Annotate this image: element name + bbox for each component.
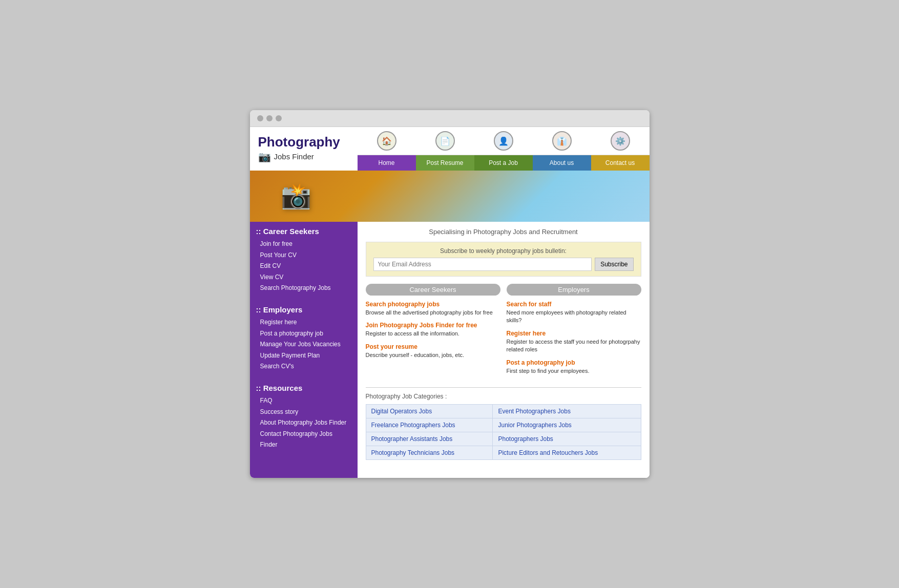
- sidebar-employers-header: :: Employers: [250, 300, 358, 317]
- categories-header: Photography Job Categories :: [366, 393, 641, 400]
- subscribe-button[interactable]: Subscribe: [595, 258, 633, 271]
- employers-column: Employers Search for staff Need more emp…: [507, 284, 641, 380]
- join-finder-desc: Register to access all the information.: [366, 330, 500, 338]
- search-staff-link[interactable]: Search for staff: [507, 301, 641, 308]
- sidebar-link-edit-cv[interactable]: Edit CV: [260, 261, 351, 272]
- photographer-silhouette: 📸: [281, 182, 311, 211]
- employer-register-link[interactable]: Register here: [507, 330, 641, 337]
- list-item[interactable]: Photographers Jobs: [493, 432, 641, 446]
- sidebar-link-contact[interactable]: Contact Photography Jobs Finder: [260, 429, 351, 451]
- browser-window: Photography 📷 Jobs Finder 🏠 📄 👤: [250, 110, 650, 478]
- nav-icon-resume[interactable]: 📄: [416, 127, 474, 155]
- nav-link-about[interactable]: About us: [533, 155, 591, 171]
- site-header: Photography 📷 Jobs Finder 🏠 📄 👤: [250, 127, 650, 171]
- right-content: Specialising in Photography Jobs and Rec…: [358, 222, 650, 478]
- profile-icon: 👤: [494, 131, 513, 151]
- list-item[interactable]: Picture Editors and Retouchers Jobs: [493, 446, 641, 459]
- logo-subtitle-row: 📷 Jobs Finder: [258, 151, 349, 163]
- search-photography-jobs-link[interactable]: Search photography jobs: [366, 301, 500, 308]
- sidebar-link-search-cvs[interactable]: Search CV's: [260, 361, 351, 372]
- sidebar-link-about[interactable]: About Photography Jobs Finder: [260, 417, 351, 429]
- nav-area: 🏠 📄 👤 👔 ⚙️ Home: [358, 127, 650, 171]
- post-photo-job-desc: First step to find your employees.: [507, 367, 641, 375]
- join-finder-link[interactable]: Join Photography Jobs Finder for free: [366, 322, 500, 329]
- list-item[interactable]: Event Photographers Jobs: [493, 404, 641, 418]
- nav-icon-profile[interactable]: 👤: [474, 127, 533, 155]
- nav-icon-home[interactable]: 🏠: [358, 127, 416, 155]
- sidebar-link-join[interactable]: Join for free: [260, 239, 351, 250]
- list-item[interactable]: Photography Technicians Jobs: [366, 446, 493, 459]
- subscribe-box: Subscribe to weekly photography jobs bul…: [366, 242, 641, 277]
- email-input[interactable]: [373, 258, 592, 271]
- sidebar-link-post-job[interactable]: Post a photography job: [260, 328, 351, 340]
- site-title: Photography: [258, 135, 349, 149]
- list-item[interactable]: Junior Photographers Jobs: [493, 418, 641, 432]
- list-item[interactable]: Freelance Photographers Jobs: [366, 418, 493, 432]
- camera-icon: 📷: [258, 151, 271, 163]
- subscribe-label: Subscribe to weekly photography jobs bul…: [373, 247, 634, 255]
- table-row: Photographer Assistants Jobs Photographe…: [366, 432, 641, 446]
- sidebar-resources-links: FAQ Success story About Photography Jobs…: [250, 395, 358, 457]
- two-columns: Career Seekers Search photography jobs B…: [366, 284, 641, 380]
- sidebar-employers-links: Register here Post a photography job Man…: [250, 317, 358, 379]
- search-staff-desc: Need more employees with photography rel…: [507, 309, 641, 325]
- career-seekers-column: Career Seekers Search photography jobs B…: [366, 284, 500, 380]
- post-resume-desc: Describe yourself - education, jobs, etc…: [366, 351, 500, 359]
- settings-icon: ⚙️: [611, 131, 630, 151]
- sidebar-link-register[interactable]: Register here: [260, 317, 351, 328]
- nav-link-home[interactable]: Home: [358, 155, 416, 171]
- employer-icon: 👔: [552, 131, 572, 151]
- sidebar-link-view-cv[interactable]: View CV: [260, 272, 351, 283]
- hero-banner-inner: 📸: [250, 171, 650, 222]
- post-resume-link[interactable]: Post your resume: [366, 343, 500, 350]
- table-row: Freelance Photographers Jobs Junior Phot…: [366, 418, 641, 432]
- sidebar: :: Career Seekers Join for free Post You…: [250, 222, 358, 478]
- list-item[interactable]: Digital Operators Jobs: [366, 404, 493, 418]
- subscribe-form: Subscribe: [373, 258, 634, 271]
- close-button[interactable]: [257, 115, 263, 121]
- browser-titlebar: [250, 110, 650, 127]
- nav-icon-employer[interactable]: 👔: [533, 127, 591, 155]
- nav-link-post-job[interactable]: Post a Job: [474, 155, 533, 171]
- sidebar-link-success[interactable]: Success story: [260, 407, 351, 418]
- nav-link-contact[interactable]: Contact us: [591, 155, 650, 171]
- resume-icon: 📄: [435, 131, 455, 151]
- logo-area: Photography 📷 Jobs Finder: [250, 127, 358, 171]
- nav-icon-settings[interactable]: ⚙️: [591, 127, 650, 155]
- sidebar-career-seekers-links: Join for free Post Your CV Edit CV View …: [250, 239, 358, 300]
- maximize-button[interactable]: [276, 115, 282, 121]
- nav-icons-row: 🏠 📄 👤 👔 ⚙️: [358, 127, 650, 155]
- sidebar-career-seekers-header: :: Career Seekers: [250, 222, 358, 239]
- logo-subtitle: Jobs Finder: [274, 152, 314, 161]
- table-row: Digital Operators Jobs Event Photographe…: [366, 404, 641, 418]
- sidebar-link-post-cv[interactable]: Post Your CV: [260, 250, 351, 261]
- career-seekers-header: Career Seekers: [366, 284, 500, 296]
- list-item[interactable]: Photographer Assistants Jobs: [366, 432, 493, 446]
- search-jobs-desc: Browse all the advertised photography jo…: [366, 309, 500, 317]
- table-row: Photography Technicians Jobs Picture Edi…: [366, 446, 641, 459]
- sidebar-resources-header: :: Resources: [250, 379, 358, 395]
- post-photo-job-link[interactable]: Post a photography job: [507, 359, 641, 366]
- sidebar-link-payment[interactable]: Update Payment Plan: [260, 350, 351, 362]
- categories-table: Digital Operators Jobs Event Photographe…: [366, 404, 641, 460]
- sidebar-link-faq[interactable]: FAQ: [260, 395, 351, 407]
- nav-link-post-resume[interactable]: Post Resume: [416, 155, 474, 171]
- sidebar-link-manage-vacancies[interactable]: Manage Your Jobs Vacancies: [260, 339, 351, 350]
- employers-header: Employers: [507, 284, 641, 296]
- home-icon: 🏠: [377, 131, 396, 151]
- minimize-button[interactable]: [266, 115, 273, 121]
- employer-register-desc: Register to access the staff you need fo…: [507, 338, 641, 354]
- site-wrapper: Photography 📷 Jobs Finder 🏠 📄 👤: [250, 127, 650, 478]
- nav-links-row: Home Post Resume Post a Job About us Con…: [358, 155, 650, 171]
- tagline: Specialising in Photography Jobs and Rec…: [366, 228, 641, 236]
- main-content: :: Career Seekers Join for free Post You…: [250, 222, 650, 478]
- content-divider: [366, 387, 641, 388]
- sidebar-link-search-jobs[interactable]: Search Photography Jobs: [260, 283, 351, 294]
- hero-banner: 📸: [250, 171, 650, 222]
